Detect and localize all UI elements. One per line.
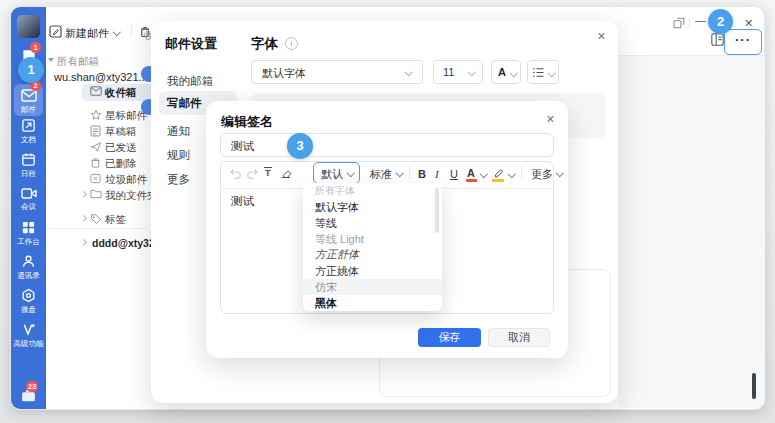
compose-icon[interactable] (49, 25, 62, 38)
spam-icon (90, 173, 101, 184)
highlight-bar (492, 179, 504, 182)
color-bar (466, 179, 477, 182)
compose-chevron-icon[interactable] (113, 28, 121, 36)
more-button[interactable]: ··· (724, 29, 762, 55)
font-menu-item-dengxian[interactable]: 等线 (303, 215, 442, 231)
popout-icon[interactable] (673, 17, 685, 29)
expand-triangle-icon[interactable] (48, 58, 54, 62)
font-color-button[interactable]: A (467, 167, 475, 179)
font-dropdown-button[interactable]: 默认 (321, 168, 343, 180)
rail-item-label: 文档 (11, 135, 46, 144)
star-icon (90, 109, 102, 121)
settings-title: 邮件设置 (165, 35, 217, 53)
underline-button[interactable]: U (450, 168, 458, 180)
font-menu: 所有字体 默认字体 等线 等线 Light 方正舒体 方正姚体 仿宋 黑体 (303, 183, 442, 311)
font-menu-item-heiti[interactable]: 黑体 (303, 295, 442, 311)
folder-label: 标签 (105, 211, 126, 227)
chevron-down-icon (480, 170, 488, 178)
workbench-icon (21, 220, 36, 235)
toolbar-divider (409, 166, 410, 179)
advanced-icon (21, 322, 36, 337)
tag-icon (90, 213, 102, 225)
toolbar-divider (521, 166, 522, 179)
font-color-button[interactable]: A (491, 60, 521, 84)
rail-item-label: 微盘 (11, 305, 46, 314)
rail-item-calendar[interactable]: 日程 (11, 152, 46, 182)
size-dropdown-button[interactable]: 标准 (370, 168, 392, 180)
rail-item-label: 高级功能 (11, 339, 46, 348)
font-menu-item-shuti[interactable]: 方正舒体 (303, 247, 442, 263)
folder-label: 已发送 (105, 139, 137, 155)
content-background (618, 56, 765, 408)
folder-label: 收件箱 (105, 84, 137, 101)
account-label[interactable]: wu.shan@xty321.... (54, 71, 149, 83)
dialog-close-icon[interactable]: ✕ (546, 114, 555, 125)
caret-right-icon (80, 191, 87, 198)
screen: 1 邮件 2 文档 日程 会议 (0, 0, 775, 423)
default-font-select[interactable]: 默认字体 (251, 60, 423, 84)
trash-icon (90, 157, 101, 169)
avatar[interactable] (17, 15, 40, 38)
calendar-icon (21, 152, 36, 167)
eraser-icon[interactable] (279, 167, 292, 180)
folder-label: 我的文件夹 (105, 187, 158, 203)
chevron-down-icon (548, 69, 556, 77)
save-button[interactable]: 保存 (418, 328, 481, 347)
format-text-icon[interactable]: T (264, 167, 272, 179)
font-menu-item-fangsong[interactable]: 仿宋 (303, 279, 442, 295)
rail-item-contacts[interactable]: 通讯录 (11, 254, 46, 284)
rail-item-workbench[interactable]: 工作台 (11, 220, 46, 250)
undo-icon[interactable] (229, 168, 242, 180)
panel-divider (49, 228, 147, 229)
folder-icon (90, 189, 102, 199)
all-mailboxes-label[interactable]: 所有邮箱 (57, 55, 99, 69)
size-select-value: 11 (443, 66, 454, 78)
rail-item-drive[interactable]: 微盘 (11, 288, 46, 318)
font-menu-item-yaoti[interactable]: 方正姚体 (303, 263, 442, 279)
rail-item-label: 会议 (11, 202, 46, 211)
rail-item-mail[interactable]: 邮件 (11, 88, 46, 118)
chevron-down-icon (510, 69, 518, 77)
rail-item-advanced[interactable]: 高级功能 (11, 322, 46, 352)
bold-button[interactable]: B (418, 168, 426, 180)
contacts-icon (21, 254, 36, 269)
annotation-step-2: 2 (708, 9, 733, 34)
rail-item-label: 工作台 (11, 237, 46, 246)
reading-layout-icon[interactable] (711, 33, 724, 46)
cancel-button[interactable]: 取消 (488, 328, 550, 347)
annotation-step-3: 3 (287, 133, 313, 159)
rail-item-docs[interactable]: 文档 (11, 118, 46, 148)
menu-scrollbar[interactable] (435, 187, 439, 233)
font-menu-item-dengxian-light[interactable]: 等线 Light (303, 231, 442, 247)
italic-button[interactable]: I (435, 168, 439, 180)
toolbar-divider (131, 25, 132, 36)
more-tools-button[interactable]: 更多 (531, 168, 553, 180)
folder-label: 垃圾邮件 (105, 171, 147, 187)
font-menu-item-default[interactable]: 默认字体 (303, 199, 442, 215)
inbox-icon (90, 86, 102, 96)
list-style-button[interactable] (527, 60, 559, 84)
chevron-down-icon (508, 170, 516, 178)
settings-nav-mymailbox[interactable]: 我的邮箱 (159, 71, 237, 91)
signature-name-input[interactable]: 测试 (220, 133, 554, 157)
rail-item-label: 日程 (11, 169, 46, 178)
info-icon: i (285, 37, 298, 50)
rail-item-label: 通讯录 (11, 271, 46, 280)
compose-button[interactable]: 新建邮件 (65, 26, 109, 41)
scrollbar-thumb[interactable] (752, 373, 756, 399)
color-letter: A (498, 66, 506, 78)
rail-item-meeting[interactable]: 会议 (11, 186, 46, 216)
font-size-select[interactable]: 11 (433, 60, 483, 84)
redo-icon[interactable] (246, 168, 259, 180)
settings-close-icon[interactable]: ✕ (597, 31, 606, 42)
controls-divider (689, 18, 690, 28)
dialog-title: 编辑签名 (221, 113, 273, 131)
toolbar-divider (618, 55, 765, 56)
drive-icon (21, 288, 36, 303)
docs-icon (21, 118, 36, 133)
caret-right-icon (80, 239, 87, 246)
meeting-icon (21, 187, 37, 200)
minimize-button[interactable]: — (695, 14, 706, 26)
folder-label: 已删除 (105, 155, 137, 171)
highlight-pen-icon[interactable] (493, 166, 505, 178)
